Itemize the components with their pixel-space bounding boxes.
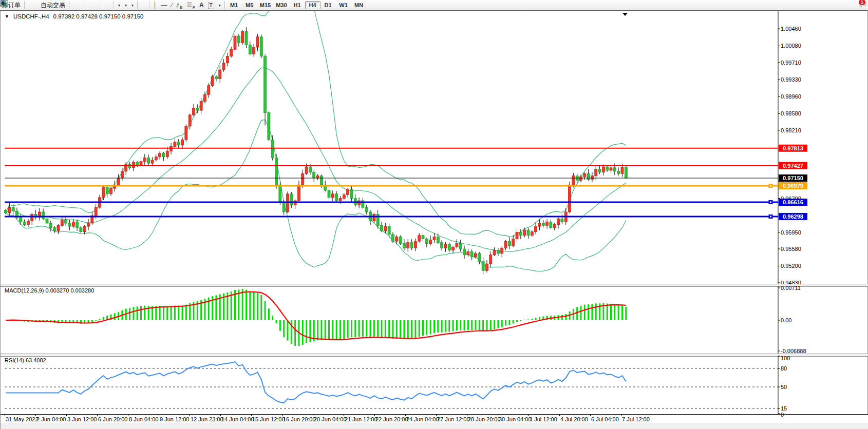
trendline-tool-button[interactable]: ∕ (169, 1, 175, 10)
chat-button[interactable]: 1 (859, 1, 863, 10)
chart-symbol-period: USDCHF-,H4 (13, 13, 49, 20)
time-label: 7 Jul 12:00 (622, 416, 650, 422)
dropdown-caret: ▾ (219, 3, 221, 8)
periods-button[interactable]: ▾ (122, 1, 129, 10)
arrows-tool-button[interactable]: ▾ (216, 1, 223, 10)
indicators-button[interactable]: ▾ (116, 1, 122, 10)
price-chart-canvas[interactable]: 1.004601.000800.997100.993300.989600.985… (1, 11, 868, 284)
time-label: 27 Jun 12:00 (437, 416, 470, 422)
svg-text:0.98580: 0.98580 (781, 110, 801, 116)
notification-badge: 1 (858, 0, 866, 6)
time-tick (559, 415, 560, 416)
templates-button[interactable]: ▾ (129, 1, 136, 10)
svg-text:0.00711: 0.00711 (781, 286, 801, 291)
dropdown-caret: ▾ (125, 3, 127, 8)
text-tool-button[interactable]: A (197, 1, 206, 10)
svg-text:0.98210: 0.98210 (781, 127, 801, 133)
time-label: 6 Jul 04:00 (591, 416, 619, 422)
fibonacci-icon: ☰ (186, 2, 192, 9)
tile-windows-button[interactable] (96, 1, 100, 10)
time-label: 21 Jun 12:00 (345, 416, 378, 422)
chart-title: ▼ USDCHF-,H4 0.97392 0.97428 0.97150 0.9… (5, 13, 143, 20)
macd-canvas[interactable]: 0.007110.00-0.006888 (1, 286, 868, 354)
tf-d1-button[interactable]: D1 (320, 1, 336, 9)
cursor-button[interactable] (139, 1, 143, 10)
macd-signal-line (6, 292, 626, 340)
time-label: 2 Jun 04:00 (36, 416, 66, 422)
time-label: 30 Jun 04:00 (499, 416, 532, 422)
vline-icon: │ (153, 2, 157, 9)
time-label: 8 Jun 04:00 (129, 416, 159, 422)
text-tool-icon: A (199, 2, 204, 9)
tf-h1-button[interactable]: H1 (290, 1, 305, 9)
zoom-in-button[interactable] (88, 1, 92, 10)
rsi-pane[interactable]: RSI(14) 63.4082 100805015 (1, 356, 868, 414)
separator (86, 1, 86, 9)
fibonacci-tool-button[interactable]: ☰ F (184, 1, 197, 10)
time-tick (498, 415, 498, 416)
chart-dropdown-triangle[interactable]: ▼ (5, 14, 9, 19)
time-tick (220, 415, 221, 416)
chart-window: ▼ USDCHF-,H4 0.97392 0.97428 0.97150 0.9… (0, 10, 868, 429)
svg-text:0.98960: 0.98960 (781, 93, 801, 100)
fibo-glyph: F (193, 5, 195, 10)
tf-m30-button[interactable]: M30 (273, 1, 289, 9)
time-tick (128, 415, 128, 416)
time-label: 28 Jun 20:00 (468, 416, 501, 422)
shift-marker (622, 13, 628, 16)
auto-scroll-button[interactable] (104, 1, 108, 10)
accounts-button[interactable] (30, 1, 34, 10)
autotrade-button[interactable]: 自动交易 (39, 1, 67, 10)
svg-text:50: 50 (781, 384, 787, 390)
channel-tool-button[interactable]: ⫽ E (175, 1, 185, 10)
time-tick (5, 415, 5, 416)
bar-chart-button[interactable] (72, 1, 76, 10)
time-tick (35, 415, 36, 416)
chart-ohlc-quotes: 0.97392 0.97428 0.97150 0.97150 (53, 13, 144, 20)
separator (102, 1, 102, 9)
tf-w1-button[interactable]: W1 (336, 1, 351, 9)
crosshair-button[interactable] (143, 1, 147, 10)
channel-glyph: E (180, 5, 182, 10)
svg-text:0.00: 0.00 (781, 317, 791, 323)
signals-button[interactable] (34, 1, 39, 10)
hline-icon: — (161, 2, 167, 9)
market-watch-button[interactable] (26, 1, 30, 10)
time-label: 22 Jun 20:00 (375, 416, 408, 422)
tf-h4-button[interactable]: H4 (305, 1, 320, 9)
time-label: 31 May 2022 (6, 416, 39, 422)
separator (149, 1, 149, 9)
time-label: 3 Jun 12:00 (67, 416, 97, 422)
label-tool-icon: T (208, 2, 214, 9)
chart-shift-button[interactable] (108, 1, 112, 10)
hline-tool-button[interactable]: — (159, 1, 169, 10)
tf-m5-button[interactable]: M5 (242, 1, 257, 9)
svg-text:0.95580: 0.95580 (781, 246, 801, 252)
candle-chart-button[interactable] (76, 1, 80, 10)
tf-m1-button[interactable]: M1 (227, 1, 242, 9)
time-label: 6 Jun 20:00 (98, 416, 128, 422)
time-label: 20 Jun 04:00 (314, 416, 347, 422)
tf-mn-button[interactable]: MN (351, 1, 367, 9)
line-chart-button[interactable] (80, 1, 84, 10)
dropdown-caret: ▾ (118, 3, 120, 8)
time-tick (621, 415, 621, 416)
svg-text:0.97427: 0.97427 (783, 163, 803, 169)
svg-text:0.96298: 0.96298 (783, 213, 803, 220)
macd-pane[interactable]: MACD(12,26,9) 0.003270 0.003280 0.007110… (1, 286, 868, 354)
price-pane[interactable]: ▼ USDCHF-,H4 0.97392 0.97428 0.97150 0.9… (1, 11, 868, 284)
time-axis[interactable]: 31 May 20222 Jun 04:003 Jun 12:006 Jun 2… (1, 414, 868, 423)
time-tick (97, 415, 98, 416)
rsi-canvas[interactable]: 100805015 (1, 356, 868, 414)
vline-tool-button[interactable]: │ (151, 1, 159, 10)
tf-m15-button[interactable]: M15 (257, 1, 273, 9)
time-label: 12 Jun 23:00 (191, 416, 223, 422)
time-tick (251, 415, 252, 416)
time-label: 15 Jun 12:00 (252, 416, 285, 422)
zoom-out-button[interactable] (92, 1, 96, 10)
label-tool-button[interactable]: T (206, 1, 216, 10)
svg-text:15: 15 (781, 405, 787, 412)
time-tick (313, 415, 313, 416)
status-strip (1, 423, 868, 429)
toolbar-grip (68, 2, 71, 9)
